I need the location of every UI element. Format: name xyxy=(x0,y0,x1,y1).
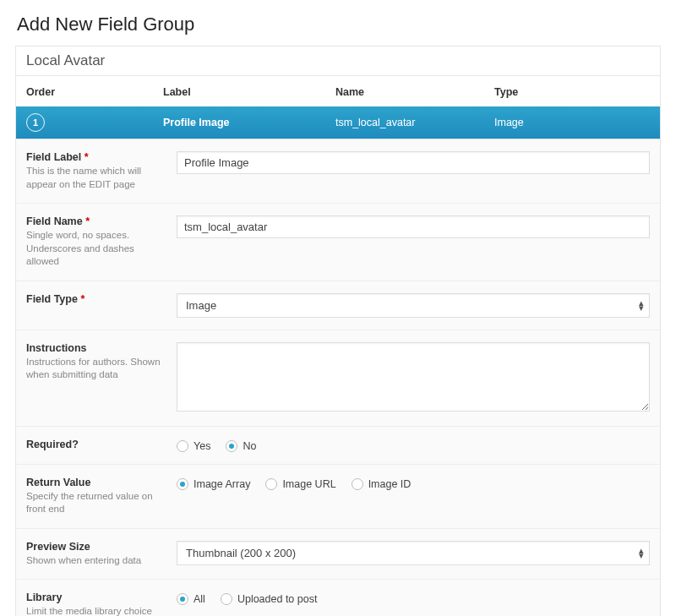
field-type-label: Field Type xyxy=(26,293,78,305)
field-type-value: Image xyxy=(186,299,216,312)
required-asterisk: * xyxy=(80,293,84,305)
order-badge[interactable]: 1 xyxy=(26,113,45,132)
chevron-updown-icon: ▴▾ xyxy=(639,300,644,310)
row-name: tsm_local_avatar xyxy=(335,117,494,128)
col-header-name: Name xyxy=(335,86,494,98)
field-name-help: Single word, no spaces. Underscores and … xyxy=(26,229,166,269)
required-no-radio[interactable]: No xyxy=(226,440,256,452)
row-label[interactable]: Profile Image xyxy=(163,117,335,128)
preview-size-select[interactable]: Thumbnail (200 x 200) ▴▾ xyxy=(177,541,650,565)
instructions-label: Instructions xyxy=(26,342,166,354)
field-settings: Field Label * This is the name which wil… xyxy=(16,139,660,616)
page-title: Add New Field Group xyxy=(17,14,661,35)
library-label: Library xyxy=(26,591,166,603)
field-name-label: Field Name xyxy=(26,215,83,227)
library-help: Limit the media library choice xyxy=(26,605,166,616)
field-label-label: Field Label xyxy=(26,151,81,163)
field-group: Local Avatar Order Label Name Type 1 Pro… xyxy=(15,46,661,616)
preview-size-value: Thumbnail (200 x 200) xyxy=(186,547,296,559)
field-label-input[interactable] xyxy=(177,151,650,174)
required-asterisk: * xyxy=(85,215,90,227)
group-title-input[interactable]: Local Avatar xyxy=(16,46,660,76)
required-asterisk: * xyxy=(84,151,89,163)
field-columns-header: Order Label Name Type xyxy=(16,76,660,106)
return-value-label: Return Value xyxy=(26,477,166,488)
instructions-textarea[interactable] xyxy=(177,342,650,412)
library-all-radio[interactable]: All xyxy=(177,593,205,605)
chevron-updown-icon: ▴▾ xyxy=(639,548,644,558)
required-yes-radio[interactable]: Yes xyxy=(177,440,210,452)
preview-size-label: Preview Size xyxy=(26,541,166,553)
instructions-help: Instructions for authors. Shown when sub… xyxy=(26,356,166,382)
field-type-select[interactable]: Image ▴▾ xyxy=(177,293,650,318)
return-value-help: Specify the returned value on front end xyxy=(26,490,166,516)
field-name-input[interactable] xyxy=(177,215,650,238)
col-header-label: Label xyxy=(163,86,335,98)
return-array-radio[interactable]: Image Array xyxy=(177,478,250,490)
return-id-radio[interactable]: Image ID xyxy=(352,478,412,490)
col-header-order: Order xyxy=(26,86,163,98)
col-header-type: Type xyxy=(494,86,650,98)
row-type: Image xyxy=(494,117,650,128)
required-label: Required? xyxy=(26,439,166,450)
preview-size-help: Shown when entering data xyxy=(26,554,166,568)
return-url-radio[interactable]: Image URL xyxy=(265,478,335,490)
field-label-help: This is the name which will appear on th… xyxy=(26,165,166,191)
library-uploaded-radio[interactable]: Uploaded to post xyxy=(221,593,318,605)
field-row[interactable]: 1 Profile Image tsm_local_avatar Image xyxy=(16,106,660,139)
